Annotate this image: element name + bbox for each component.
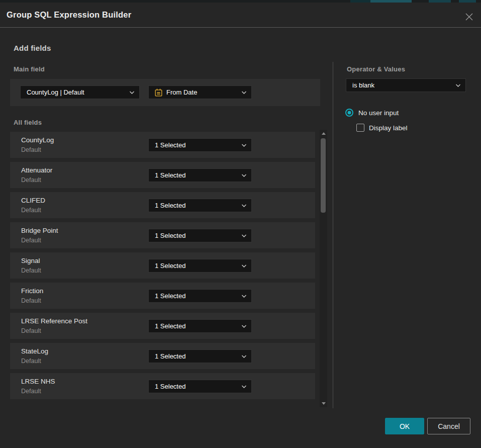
- field-selected-dropdown[interactable]: 1 Selected: [148, 229, 252, 242]
- operator-values-label: Operator & Values: [347, 65, 405, 73]
- chevron-down-icon: [241, 91, 247, 94]
- field-name: Friction: [21, 287, 43, 295]
- calendar-icon: [155, 88, 162, 97]
- close-button[interactable]: [464, 12, 474, 22]
- close-icon: [465, 13, 473, 21]
- chevron-down-icon: [241, 143, 247, 147]
- scrollbar[interactable]: [320, 130, 327, 407]
- dialog-title: Group SQL Expression Builder: [7, 10, 131, 20]
- no-user-input-option[interactable]: No user input: [345, 109, 399, 117]
- field-selected-dropdown[interactable]: 1 Selected: [148, 199, 252, 212]
- field-selected-value: 1 Selected: [155, 141, 185, 149]
- field-name: CountyLog: [21, 136, 54, 144]
- field-type: Default: [21, 297, 41, 304]
- main-field-field-select[interactable]: From Date: [148, 85, 252, 99]
- radio-selected-icon[interactable]: [345, 109, 353, 117]
- chevron-down-icon: [241, 264, 247, 267]
- panel-divider: [333, 62, 333, 408]
- field-selected-value: 1 Selected: [155, 352, 185, 360]
- main-field-layer-select[interactable]: CountyLog | Default: [20, 85, 140, 99]
- field-type: Default: [21, 357, 41, 365]
- field-row: Bridge Point Default 1 Selected: [10, 222, 315, 248]
- field-selected-value: 1 Selected: [155, 262, 185, 270]
- main-field-label: Main field: [14, 65, 45, 73]
- field-selected-dropdown[interactable]: 1 Selected: [148, 138, 252, 152]
- field-row: CLIFED Default 1 Selected: [10, 192, 315, 218]
- field-selected-value: 1 Selected: [155, 383, 185, 390]
- field-row: CountyLog Default 1 Selected: [10, 132, 315, 158]
- field-name: LRSE NHS: [21, 378, 55, 385]
- field-selected-value: 1 Selected: [155, 232, 185, 239]
- all-fields-list: CountyLog Default 1 Selected Attenuator …: [10, 132, 315, 403]
- field-row: Attenuator Default 1 Selected: [10, 162, 315, 188]
- chevron-down-icon: [241, 385, 247, 388]
- field-name: LRSE Reference Post: [21, 317, 87, 325]
- no-user-input-label: No user input: [358, 109, 399, 117]
- operator-value: is blank: [352, 81, 374, 89]
- chevron-down-icon: [241, 234, 247, 237]
- chevron-down-icon: [129, 91, 135, 94]
- field-selected-dropdown[interactable]: 1 Selected: [148, 380, 252, 393]
- add-fields-heading: Add fields: [14, 44, 51, 52]
- cancel-button[interactable]: Cancel: [427, 418, 470, 434]
- field-type: Default: [21, 146, 41, 153]
- field-row: Friction Default 1 Selected: [10, 283, 315, 309]
- field-name: Signal: [21, 257, 40, 264]
- chevron-down-icon: [241, 204, 247, 207]
- field-row: Signal Default 1 Selected: [10, 252, 315, 279]
- field-name: Attenuator: [21, 166, 52, 174]
- field-row: LRSE Reference Post Default 1 Selected: [10, 313, 315, 339]
- main-field-field-value: From Date: [166, 88, 197, 96]
- scrollbar-thumb[interactable]: [321, 138, 326, 213]
- scrollbar-up-icon[interactable]: [322, 132, 326, 135]
- field-type: Default: [21, 207, 41, 214]
- checkbox-unchecked-icon[interactable]: [356, 124, 364, 132]
- all-fields-label: All fields: [14, 119, 42, 126]
- chevron-down-icon: [241, 354, 247, 358]
- field-selected-dropdown[interactable]: 1 Selected: [148, 168, 252, 182]
- field-selected-value: 1 Selected: [155, 202, 185, 209]
- field-name: StateLog: [21, 347, 48, 355]
- field-type: Default: [21, 327, 41, 334]
- chevron-down-icon: [241, 324, 247, 328]
- field-name: CLIFED: [21, 197, 45, 204]
- field-type: Default: [21, 176, 41, 184]
- field-selected-dropdown[interactable]: 1 Selected: [148, 289, 252, 303]
- field-selected-value: 1 Selected: [155, 171, 185, 179]
- field-row: StateLog Default 1 Selected: [10, 343, 315, 369]
- field-type: Default: [21, 237, 41, 244]
- field-selected-value: 1 Selected: [155, 292, 185, 300]
- dialog-titlebar: Group SQL Expression Builder: [0, 3, 481, 28]
- field-type: Default: [21, 267, 41, 274]
- chevron-down-icon: [241, 173, 247, 177]
- main-field-layer-value: CountyLog | Default: [27, 88, 84, 96]
- scrollbar-down-icon[interactable]: [322, 402, 326, 405]
- display-label-label: Display label: [369, 124, 408, 132]
- field-selected-dropdown[interactable]: 1 Selected: [148, 349, 252, 363]
- field-row: LRSE NHS Default 1 Selected: [10, 373, 315, 399]
- ok-button[interactable]: OK: [385, 418, 424, 434]
- chevron-down-icon: [241, 294, 247, 298]
- main-field-panel: CountyLog | Default From Date: [10, 79, 320, 106]
- field-name: Bridge Point: [21, 227, 58, 234]
- display-label-option[interactable]: Display label: [356, 124, 408, 132]
- field-selected-dropdown[interactable]: 1 Selected: [148, 319, 252, 333]
- operator-select[interactable]: is blank: [346, 78, 466, 92]
- field-selected-value: 1 Selected: [155, 322, 185, 330]
- field-type: Default: [21, 388, 41, 395]
- chevron-down-icon: [455, 83, 461, 87]
- field-selected-dropdown[interactable]: 1 Selected: [148, 259, 252, 273]
